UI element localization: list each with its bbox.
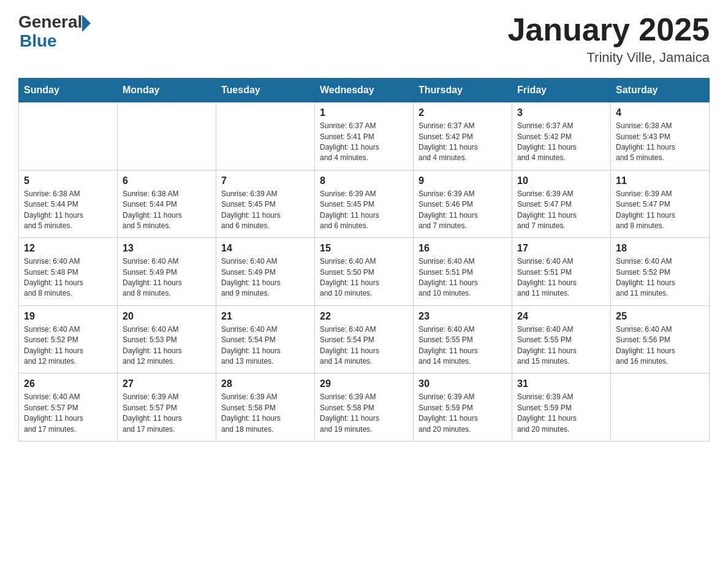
day-info: Sunrise: 6:38 AM Sunset: 5:44 PM Dayligh… — [123, 189, 211, 232]
day-number: 26 — [24, 378, 112, 389]
day-number: 4 — [616, 107, 704, 118]
calendar-subtitle: Trinity Ville, Jamaica — [507, 50, 710, 66]
day-number: 11 — [616, 175, 704, 186]
calendar-cell: 15Sunrise: 6:40 AM Sunset: 5:50 PM Dayli… — [315, 238, 414, 306]
day-number: 17 — [517, 243, 605, 254]
weekday-header-sunday: Sunday — [19, 79, 118, 102]
day-info: Sunrise: 6:40 AM Sunset: 5:54 PM Dayligh… — [320, 324, 408, 367]
calendar-week-4: 19Sunrise: 6:40 AM Sunset: 5:52 PM Dayli… — [19, 305, 710, 373]
day-info: Sunrise: 6:40 AM Sunset: 5:48 PM Dayligh… — [24, 256, 112, 299]
day-number: 19 — [24, 311, 112, 322]
calendar-cell — [611, 373, 710, 442]
calendar-cell — [118, 102, 216, 170]
calendar-cell: 24Sunrise: 6:40 AM Sunset: 5:55 PM Dayli… — [512, 305, 611, 373]
day-info: Sunrise: 6:40 AM Sunset: 5:50 PM Dayligh… — [320, 256, 408, 299]
calendar-cell: 23Sunrise: 6:40 AM Sunset: 5:55 PM Dayli… — [414, 305, 512, 373]
day-number: 24 — [517, 311, 605, 322]
day-info: Sunrise: 6:40 AM Sunset: 5:49 PM Dayligh… — [123, 256, 211, 299]
day-info: Sunrise: 6:39 AM Sunset: 5:47 PM Dayligh… — [616, 189, 704, 232]
day-number: 8 — [320, 175, 408, 186]
day-info: Sunrise: 6:37 AM Sunset: 5:42 PM Dayligh… — [517, 121, 605, 164]
weekday-header-monday: Monday — [118, 79, 216, 102]
day-info: Sunrise: 6:37 AM Sunset: 5:41 PM Dayligh… — [320, 121, 408, 164]
calendar-cell: 31Sunrise: 6:39 AM Sunset: 5:59 PM Dayli… — [512, 373, 611, 442]
day-number: 27 — [123, 378, 211, 389]
weekday-header-wednesday: Wednesday — [315, 79, 414, 102]
day-number: 13 — [123, 243, 211, 254]
weekday-header-saturday: Saturday — [611, 79, 710, 102]
day-info: Sunrise: 6:39 AM Sunset: 5:45 PM Dayligh… — [221, 189, 309, 232]
day-info: Sunrise: 6:39 AM Sunset: 5:47 PM Dayligh… — [517, 189, 605, 232]
day-number: 18 — [616, 243, 704, 254]
day-info: Sunrise: 6:39 AM Sunset: 5:59 PM Dayligh… — [419, 392, 507, 435]
calendar-table: SundayMondayTuesdayWednesdayThursdayFrid… — [18, 78, 710, 442]
day-info: Sunrise: 6:39 AM Sunset: 5:46 PM Dayligh… — [419, 189, 507, 232]
day-number: 23 — [419, 311, 507, 322]
day-number: 12 — [24, 243, 112, 254]
day-info: Sunrise: 6:40 AM Sunset: 5:52 PM Dayligh… — [24, 324, 112, 367]
day-info: Sunrise: 6:40 AM Sunset: 5:49 PM Dayligh… — [221, 256, 309, 299]
calendar-cell: 22Sunrise: 6:40 AM Sunset: 5:54 PM Dayli… — [315, 305, 414, 373]
day-info: Sunrise: 6:39 AM Sunset: 5:57 PM Dayligh… — [123, 392, 211, 435]
calendar-cell: 29Sunrise: 6:39 AM Sunset: 5:58 PM Dayli… — [315, 373, 414, 442]
calendar-cell: 11Sunrise: 6:39 AM Sunset: 5:47 PM Dayli… — [611, 170, 710, 238]
day-number: 15 — [320, 243, 408, 254]
weekday-header-thursday: Thursday — [414, 79, 512, 102]
day-number: 6 — [123, 175, 211, 186]
calendar-week-1: 1Sunrise: 6:37 AM Sunset: 5:41 PM Daylig… — [19, 102, 710, 170]
calendar-cell: 21Sunrise: 6:40 AM Sunset: 5:54 PM Dayli… — [216, 305, 315, 373]
calendar-cell: 30Sunrise: 6:39 AM Sunset: 5:59 PM Dayli… — [414, 373, 512, 442]
day-info: Sunrise: 6:40 AM Sunset: 5:56 PM Dayligh… — [616, 324, 704, 367]
calendar-cell: 8Sunrise: 6:39 AM Sunset: 5:45 PM Daylig… — [315, 170, 414, 238]
day-number: 2 — [419, 107, 507, 118]
calendar-cell: 25Sunrise: 6:40 AM Sunset: 5:56 PM Dayli… — [611, 305, 710, 373]
calendar-week-5: 26Sunrise: 6:40 AM Sunset: 5:57 PM Dayli… — [19, 373, 710, 442]
day-number: 25 — [616, 311, 704, 322]
day-info: Sunrise: 6:40 AM Sunset: 5:52 PM Dayligh… — [616, 256, 704, 299]
day-number: 22 — [320, 311, 408, 322]
calendar-cell: 26Sunrise: 6:40 AM Sunset: 5:57 PM Dayli… — [19, 373, 118, 442]
day-number: 7 — [221, 175, 309, 186]
calendar-cell: 4Sunrise: 6:38 AM Sunset: 5:43 PM Daylig… — [611, 102, 710, 170]
calendar-week-3: 12Sunrise: 6:40 AM Sunset: 5:48 PM Dayli… — [19, 238, 710, 306]
weekday-header-tuesday: Tuesday — [216, 79, 315, 102]
day-info: Sunrise: 6:40 AM Sunset: 5:51 PM Dayligh… — [517, 256, 605, 299]
day-info: Sunrise: 6:40 AM Sunset: 5:57 PM Dayligh… — [24, 392, 112, 435]
calendar-cell: 10Sunrise: 6:39 AM Sunset: 5:47 PM Dayli… — [512, 170, 611, 238]
day-number: 29 — [320, 378, 408, 389]
calendar-cell: 12Sunrise: 6:40 AM Sunset: 5:48 PM Dayli… — [19, 238, 118, 306]
day-info: Sunrise: 6:37 AM Sunset: 5:42 PM Dayligh… — [419, 121, 507, 164]
logo-arrow-icon — [82, 15, 91, 32]
calendar-cell: 28Sunrise: 6:39 AM Sunset: 5:58 PM Dayli… — [216, 373, 315, 442]
day-number: 3 — [517, 107, 605, 118]
day-info: Sunrise: 6:40 AM Sunset: 5:54 PM Dayligh… — [221, 324, 309, 367]
logo-blue-text: Blue — [20, 32, 91, 51]
calendar-cell: 19Sunrise: 6:40 AM Sunset: 5:52 PM Dayli… — [19, 305, 118, 373]
day-number: 10 — [517, 175, 605, 186]
calendar-cell: 27Sunrise: 6:39 AM Sunset: 5:57 PM Dayli… — [118, 373, 216, 442]
logo: General Blue — [18, 12, 91, 51]
day-number: 21 — [221, 311, 309, 322]
day-info: Sunrise: 6:40 AM Sunset: 5:53 PM Dayligh… — [123, 324, 211, 367]
day-info: Sunrise: 6:38 AM Sunset: 5:44 PM Dayligh… — [24, 189, 112, 232]
calendar-cell — [216, 102, 315, 170]
day-number: 28 — [221, 378, 309, 389]
day-info: Sunrise: 6:40 AM Sunset: 5:51 PM Dayligh… — [419, 256, 507, 299]
calendar-title: January 2025 — [507, 12, 710, 47]
day-number: 1 — [320, 107, 408, 118]
weekday-header-friday: Friday — [512, 79, 611, 102]
title-block: January 2025 Trinity Ville, Jamaica — [507, 12, 710, 66]
day-info: Sunrise: 6:38 AM Sunset: 5:43 PM Dayligh… — [616, 121, 704, 164]
calendar-cell: 7Sunrise: 6:39 AM Sunset: 5:45 PM Daylig… — [216, 170, 315, 238]
day-info: Sunrise: 6:40 AM Sunset: 5:55 PM Dayligh… — [517, 324, 605, 367]
day-info: Sunrise: 6:39 AM Sunset: 5:45 PM Dayligh… — [320, 189, 408, 232]
day-number: 9 — [419, 175, 507, 186]
calendar-cell: 18Sunrise: 6:40 AM Sunset: 5:52 PM Dayli… — [611, 238, 710, 306]
calendar-cell: 20Sunrise: 6:40 AM Sunset: 5:53 PM Dayli… — [118, 305, 216, 373]
day-number: 16 — [419, 243, 507, 254]
calendar-cell: 13Sunrise: 6:40 AM Sunset: 5:49 PM Dayli… — [118, 238, 216, 306]
logo-general-text: General — [18, 13, 82, 32]
day-info: Sunrise: 6:39 AM Sunset: 5:58 PM Dayligh… — [320, 392, 408, 435]
calendar-week-2: 5Sunrise: 6:38 AM Sunset: 5:44 PM Daylig… — [19, 170, 710, 238]
calendar-cell: 9Sunrise: 6:39 AM Sunset: 5:46 PM Daylig… — [414, 170, 512, 238]
